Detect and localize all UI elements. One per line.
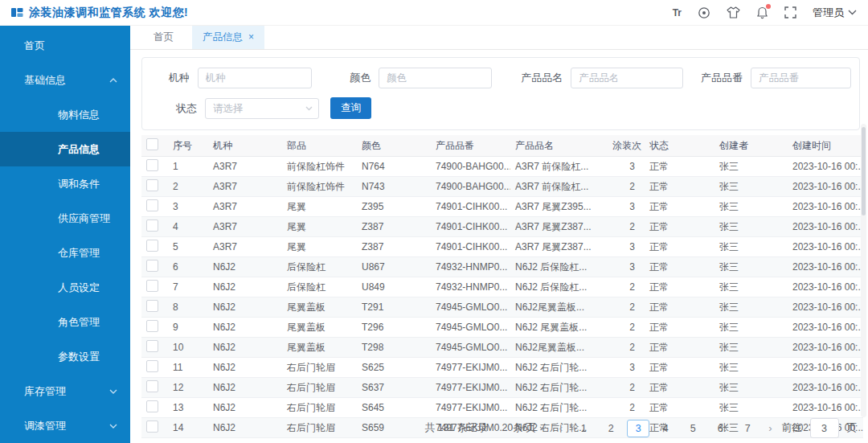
table-row[interactable]: 4A3R7尾翼Z38774901-CIHK00...A3R7 尾翼Z387...… <box>141 217 863 237</box>
font-size-icon[interactable]: Tr <box>673 6 682 20</box>
table-row[interactable]: 9N6J2尾翼盖板T29674945-GMLO0...N6J2 尾翼盖板...2… <box>141 318 863 338</box>
column-header-部品: 部品 <box>282 135 357 157</box>
column-header-创建者: 创建者 <box>714 135 788 157</box>
bell-icon[interactable] <box>756 6 768 20</box>
row-checkbox[interactable] <box>146 240 158 252</box>
table-row[interactable]: 2A3R7前保险杠饰件N74374900-BAHG00...A3R7 前保险杠.… <box>141 177 863 197</box>
page-button-7[interactable]: 7 <box>736 420 759 437</box>
cell-状态: 正常 <box>645 177 714 197</box>
table-row[interactable]: 3A3R7尾翼Z39574901-CIHK00...A3R7 尾翼Z395...… <box>141 197 863 217</box>
chevron-up-icon <box>109 78 117 83</box>
sidebar-item-库存管理[interactable]: 库存管理 <box>0 374 130 408</box>
row-checkbox[interactable] <box>146 340 158 352</box>
row-checkbox[interactable] <box>146 320 158 332</box>
row-checkbox[interactable] <box>146 199 158 211</box>
table-row[interactable]: 1A3R7前保险杠饰件N76474900-BAHG00...A3R7 前保险杠.… <box>141 157 863 177</box>
cell-创建时间: 2023-10-16 00:... <box>788 257 863 277</box>
table-row[interactable]: 7N6J2后保险杠U84974932-HNMP0...N6J2 后保险杠...2… <box>141 277 863 297</box>
page-button-3[interactable]: 3 <box>627 420 649 437</box>
query-button[interactable]: 查询 <box>330 97 371 119</box>
sidebar-item-产品信息[interactable]: 产品信息 <box>0 132 130 166</box>
user-menu[interactable]: 管理员 <box>813 6 857 20</box>
sidebar-item-调和条件[interactable]: 调和条件 <box>0 166 130 201</box>
topbar-actions: Tr 管理员 <box>673 6 857 20</box>
sidebar-item-物料信息[interactable]: 物料信息 <box>0 97 130 132</box>
page-size-select[interactable]: 20条/页 <box>498 420 549 437</box>
cell-创建时间: 2023-10-16 00:... <box>788 338 863 358</box>
sidebar-item-label: 仓库管理 <box>58 246 100 260</box>
page-button-4[interactable]: 4 <box>654 420 677 437</box>
theme-shirt-icon[interactable] <box>727 6 740 20</box>
tab-首页[interactable]: 首页 <box>143 26 184 49</box>
select-all-checkbox[interactable] <box>146 138 158 150</box>
goto-page-input[interactable] <box>810 418 839 438</box>
product-number-input[interactable] <box>751 68 851 88</box>
row-checkbox[interactable] <box>146 159 158 171</box>
cell-部品: 尾翼盖板 <box>282 297 357 318</box>
cell-序号: 7 <box>168 277 208 297</box>
chevron-down-icon <box>848 10 857 15</box>
cell-颜色: T291 <box>357 297 431 318</box>
table-row[interactable]: 8N6J2尾翼盖板T29174945-GMLO0...N6J2尾翼盖板...2正… <box>141 297 863 318</box>
machine-type-input[interactable] <box>198 68 312 88</box>
cell-部品: 前保险杠饰件 <box>282 177 357 197</box>
chevron-down-icon <box>109 424 117 429</box>
color-input[interactable] <box>379 68 492 88</box>
cell-序号: 8 <box>168 297 208 318</box>
status-select-input[interactable] <box>205 98 319 119</box>
cell-机种: A3R7 <box>208 237 282 257</box>
fullscreen-icon[interactable] <box>784 6 796 20</box>
status-select[interactable] <box>205 98 319 119</box>
sidebar-item-label: 产品信息 <box>58 142 100 157</box>
prev-page-button[interactable]: ‹ <box>555 422 567 434</box>
cell-创建时间: 2023-10-16 00:... <box>788 398 863 418</box>
page-suffix-label: 页 <box>847 421 858 435</box>
sidebar-item-基础信息[interactable]: 基础信息 <box>0 63 130 97</box>
sidebar-item-首页[interactable]: 首页 <box>0 28 130 63</box>
cell-状态: 正常 <box>645 338 714 358</box>
table-row[interactable]: 13N6J2右后门轮眉S64574977-EKIJM0...N6J2 右后门轮.… <box>141 398 863 418</box>
sidebar-item-人员设定[interactable]: 人员设定 <box>0 270 130 305</box>
sidebar-item-参数设置[interactable]: 参数设置 <box>0 339 130 374</box>
sidebar-item-调漆管理[interactable]: 调漆管理 <box>0 408 130 443</box>
cell-颜色: S625 <box>357 358 431 378</box>
page-button-5[interactable]: 5 <box>682 420 704 437</box>
row-checkbox[interactable] <box>146 420 158 433</box>
sidebar-item-仓库管理[interactable]: 仓库管理 <box>0 236 130 270</box>
sidebar-item-角色管理[interactable]: 角色管理 <box>0 305 130 339</box>
row-checkbox[interactable] <box>146 260 158 272</box>
table-scrollbar[interactable] <box>861 124 866 417</box>
next-page-button[interactable]: › <box>764 422 776 434</box>
cell-部品: 后保险杠 <box>282 257 357 277</box>
cell-机种: N6J2 <box>208 297 282 318</box>
row-checkbox[interactable] <box>146 300 158 312</box>
sidebar-item-供应商管理[interactable]: 供应商管理 <box>0 201 130 236</box>
cell-序号: 11 <box>168 358 208 378</box>
scrollbar-thumb[interactable] <box>862 127 866 215</box>
cell-涂装次: 3 <box>608 257 645 277</box>
row-checkbox[interactable] <box>146 219 158 232</box>
cell-创建者: 张三 <box>714 217 788 237</box>
product-name-input[interactable] <box>571 68 683 88</box>
page-button-1[interactable]: 1 <box>572 420 595 437</box>
cell-产品品名: N6J2 右后门轮... <box>510 398 608 418</box>
table-row[interactable]: 6N6J2后保险杠U86774932-HNMP0...N6J2 后保险杠...3… <box>141 257 863 277</box>
tab-产品信息[interactable]: 产品信息× <box>192 26 264 49</box>
table-row[interactable]: 10N6J2尾翼盖板T29874945-GMLO0...N6J2尾翼盖板...2… <box>141 338 863 358</box>
cell-创建者: 张三 <box>714 297 788 318</box>
row-checkbox[interactable] <box>146 280 158 292</box>
page-button-6[interactable]: 6 <box>709 420 731 437</box>
cell-颜色: S659 <box>357 418 431 438</box>
close-icon[interactable]: × <box>248 26 254 49</box>
cell-机种: A3R7 <box>208 197 282 217</box>
table-row[interactable]: 12N6J2右后门轮眉S63774977-EKIJM0...N6J2 右后门轮.… <box>141 378 863 398</box>
table-row[interactable]: 5A3R7尾翼Z38774901-CIHK00...A3R7 尾翼Z387...… <box>141 237 863 257</box>
row-checkbox[interactable] <box>146 179 158 191</box>
row-checkbox[interactable] <box>146 380 158 392</box>
table-row[interactable]: 11N6J2右后门轮眉S62574977-EKIJM0...N6J2 右后门轮.… <box>141 358 863 378</box>
row-checkbox[interactable] <box>146 400 158 412</box>
page-button-2[interactable]: 2 <box>600 420 622 437</box>
row-checkbox[interactable] <box>146 360 158 372</box>
circle-target-icon[interactable] <box>698 6 710 20</box>
pagination: 共 131 条记录 20条/页 ‹ 1234567 › 前往 页 <box>425 418 857 438</box>
